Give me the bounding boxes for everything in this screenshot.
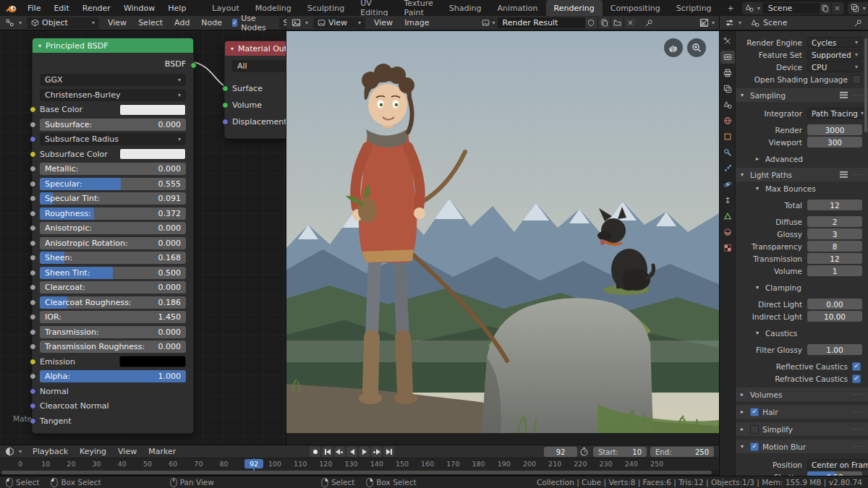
node-param-row[interactable]: Emission▾ Emission Emission Emission (40, 356, 186, 368)
node-param-row[interactable]: IOR:▾ IOR: IOR:1.450 IOR: (40, 311, 186, 323)
number-field[interactable]: 12 (807, 200, 862, 210)
timeline-ruler[interactable]: 0102030405060708090100110120130140150160… (0, 458, 719, 471)
checkbox[interactable]: ✓ (852, 362, 861, 371)
workspace-tab[interactable]: Animation (489, 0, 545, 16)
dropdown[interactable]: CPU▾ (807, 61, 862, 72)
input-socket[interactable] (30, 225, 36, 231)
workspace-tab[interactable]: Rendering (546, 0, 603, 16)
editor-type-button[interactable]: ▾ (722, 17, 744, 29)
node-param-row[interactable]: Transmission:▾ Transmission: Transmissio… (40, 326, 186, 338)
tab-object-data-icon[interactable] (720, 210, 735, 223)
property-row[interactable]: ✓ Open Shading Language ▾ ✓ ···· (740, 74, 862, 85)
input-socket[interactable] (30, 314, 36, 320)
node-param-row[interactable]: Christensen-Burley▾ Christensen-Burley C… (40, 89, 186, 101)
grip-dots-icon[interactable]: ···· (852, 443, 863, 450)
collapse-icon[interactable]: ▸ (741, 426, 750, 432)
input-socket[interactable] (30, 418, 36, 424)
collapse-icon[interactable]: ▸ (756, 155, 765, 162)
property-row[interactable]: ✓ Feature Set Supported▾ Supported ✓ ···… (740, 49, 862, 60)
node-header[interactable]: ▾ Principled BSDF (33, 38, 193, 53)
number-field[interactable]: 1 (807, 265, 862, 276)
shader-node-editor[interactable]: Material ▾ Principled BSDF BSDF GGX▾ GGX… (0, 31, 286, 445)
number-field[interactable]: 3 (807, 228, 862, 239)
collapse-icon[interactable]: ▾ (741, 171, 750, 178)
node-param-row[interactable]: Clearcoat Roughness:▾ Clearcoat Roughnes… (40, 296, 186, 309)
image-datablock[interactable]: ▾ Render Result (479, 17, 637, 29)
collapse-icon[interactable]: ▾ (756, 284, 765, 291)
node-dropdown[interactable]: Subsurface Radius▾ (40, 133, 186, 145)
record-button[interactable] (310, 447, 320, 457)
menu-item[interactable]: Edit (47, 2, 75, 14)
image-browse-icon[interactable]: ▾ (480, 17, 498, 28)
number-field[interactable]: 2 (807, 216, 862, 227)
number-field[interactable]: 1.00 (807, 344, 862, 355)
node-dropdown[interactable]: All▾ (232, 60, 286, 72)
play-button[interactable] (359, 447, 370, 457)
node-param-row[interactable]: Anisotropic:▾ Anisotropic: Anisotropic:0… (40, 222, 186, 234)
node-param-row[interactable]: Metallic:▾ Metallic: Metallic:0.000 Meta… (40, 163, 186, 175)
property-row[interactable]: ✓ Render Engine Cycles▾ Cycles ✓ ···· (740, 37, 862, 48)
property-row[interactable]: ▾ ✓ Caustics ▾ ✓ ···· (740, 328, 862, 338)
property-row[interactable]: ▸ ✓ Volumes ▾ ✓ ···· (736, 388, 868, 401)
node-param-row[interactable]: Specular Tint:▾ Specular Tint: Specular … (40, 192, 186, 205)
property-row[interactable]: ✓ Direct Light 0.00▾ 0.00 ✓ ···· (740, 299, 862, 309)
input-socket[interactable] (30, 403, 36, 409)
property-row[interactable]: ✓ Integrator Path Tracing▾ Path Tracing … (740, 108, 862, 119)
input-socket[interactable] (30, 106, 36, 113)
node-param-row[interactable]: Surface▾ Surface (232, 82, 286, 95)
value-slider[interactable]: Clearcoat:0.000 (40, 281, 186, 294)
node-param-row[interactable]: Sheen Tint:▾ Sheen Tint: Sheen Tint:0.50… (40, 267, 186, 279)
next-keyframe-button[interactable] (371, 447, 382, 457)
menu-item[interactable]: Node (195, 18, 228, 27)
new-image-icon[interactable] (597, 17, 610, 28)
scene-icon[interactable]: ▾ (743, 3, 762, 14)
property-row[interactable]: ✓ Glossy 3▾ 3 ✓ ···· (740, 228, 862, 239)
input-socket[interactable] (222, 102, 229, 108)
value-slider[interactable]: Transmission:0.000 (40, 326, 186, 338)
node-dropdown[interactable]: Christensen-Burley▾ (40, 89, 186, 101)
number-field[interactable]: 8 (807, 241, 862, 252)
start-frame-field[interactable]: Start:10 (593, 447, 647, 457)
display-channels-dropdown[interactable]: ▾ (699, 18, 715, 27)
property-row[interactable]: ✓ Refractive Caustics ▾ ✓ ···· (740, 373, 862, 384)
workspace-tab[interactable]: + (720, 0, 742, 16)
property-row[interactable]: ✓ Position Center on Frame▾ Center on Fr… (740, 459, 862, 470)
collapse-icon[interactable]: ▾ (756, 185, 765, 192)
editor-type-button[interactable]: ▾ (2, 446, 25, 458)
property-row[interactable]: ▾ ✓ Clamping ▾ ✓ ···· (740, 282, 862, 293)
menu-item[interactable]: Render (76, 2, 117, 14)
grip-dots-icon[interactable]: ···· (852, 92, 863, 99)
dropdown[interactable]: Center on Frame▾ (807, 459, 868, 470)
input-socket[interactable] (30, 254, 36, 261)
property-row[interactable]: ✓ Transparency 8▾ 8 ✓ ···· (740, 241, 862, 252)
value-slider[interactable]: Sheen:0.168 (40, 252, 186, 264)
checkbox[interactable]: ✓ (750, 408, 759, 416)
input-socket[interactable] (30, 359, 36, 365)
collapse-icon[interactable]: ▾ (741, 443, 750, 450)
collapse-icon[interactable]: ▾ (756, 330, 765, 336)
input-socket[interactable] (30, 210, 36, 217)
property-row[interactable]: ✓ Reflective Caustics ▾ ✓ ···· (740, 361, 862, 372)
property-row[interactable]: ✓ Total 12▾ 12 ✓ ···· (740, 200, 862, 210)
principled-bsdf-node[interactable]: ▾ Principled BSDF BSDF GGX▾ GGX GGX GGX … (32, 38, 194, 434)
menu-item[interactable]: View (112, 447, 142, 456)
value-slider[interactable]: Anisotropic Rotation:0.000 (40, 237, 186, 249)
blender-logo-icon[interactable] (6, 4, 17, 13)
list-icon[interactable] (840, 92, 848, 98)
current-frame-field[interactable]: 92 (544, 447, 577, 457)
tab-texture-icon[interactable] (720, 241, 735, 254)
grip-dots-icon[interactable]: ···· (852, 408, 863, 416)
node-param-row[interactable]: Volume▾ Volume (232, 99, 286, 111)
collapse-icon[interactable]: ▾ (741, 92, 750, 98)
pan-hand-button[interactable] (664, 38, 683, 57)
property-row[interactable]: ▾ ✓ Light Paths ▾ ✓ ···· (736, 168, 868, 181)
input-socket[interactable] (30, 240, 36, 247)
fake-user-shield-icon[interactable] (584, 17, 597, 28)
number-field[interactable]: 3000 (807, 124, 862, 135)
node-param-row[interactable]: Transmission Roughness:▾ Transmission Ro… (40, 341, 186, 353)
value-slider[interactable]: IOR:1.450 (40, 311, 186, 323)
node-param-row[interactable]: Subsurface Color▾ Subsurface Color Subsu… (40, 148, 186, 160)
node-param-row[interactable]: Subsurface:▾ Subsurface: Subsurface:0.00… (40, 119, 186, 131)
collapse-icon[interactable]: ▾ (38, 43, 41, 49)
number-field[interactable]: 10.00 (807, 311, 862, 322)
